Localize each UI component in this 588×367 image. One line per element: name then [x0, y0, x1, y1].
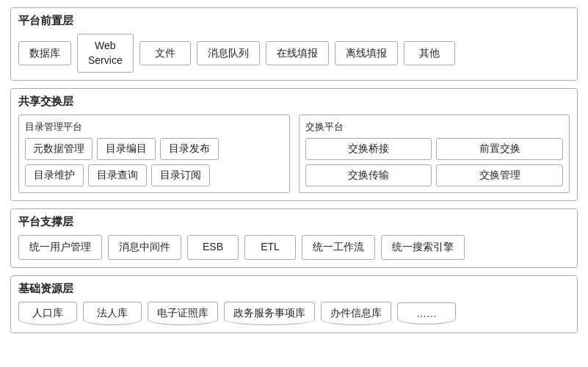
ex-manage: 交换管理 [436, 164, 563, 186]
base-resources-items: 人口库 法人库 电子证照库 政务服务事项库 办件信息库 …… [18, 302, 570, 325]
platform-front-title: 平台前置层 [18, 14, 570, 28]
ex-transport: 交换传输 [305, 164, 432, 186]
platform-support-layer: 平台支撑层 统一用户管理 消息中间件 ESB ETL 统一工作流 统一搜索引擎 [10, 208, 578, 268]
support-item-user: 统一用户管理 [18, 235, 102, 260]
exchange-platform: 交换平台 交换桥接 前置交换 交换传输 交换管理 [299, 115, 570, 193]
base-item-office: 办件信息库 [321, 302, 391, 325]
front-item-file: 文件 [139, 41, 191, 66]
support-item-esb: ESB [187, 235, 239, 260]
support-item-workflow: 统一工作流 [302, 235, 375, 260]
support-item-msg: 消息中间件 [108, 235, 181, 260]
exchange-platform-title: 交换平台 [305, 120, 564, 134]
dir-publish: 目录发布 [160, 138, 219, 160]
base-item-more: …… [397, 302, 456, 324]
front-item-webservice: Web Service [77, 34, 134, 73]
dir-maintain: 目录维护 [25, 164, 84, 186]
dir-row-1: 元数据管理 目录编目 目录发布 [25, 138, 283, 160]
ex-bridge: 交换桥接 [305, 138, 432, 160]
front-item-other: 其他 [404, 41, 455, 66]
support-item-etl: ETL [244, 235, 296, 260]
platform-front-layer: 平台前置层 数据库 Web Service 文件 消息队列 在线填报 离线填报 … [10, 7, 578, 81]
directory-platform: 目录管理平台 元数据管理 目录编目 目录发布 目录维护 目录查询 目录订阅 [18, 115, 290, 193]
front-item-online: 在线填报 [266, 41, 329, 66]
base-item-service: 政务服务事项库 [224, 302, 315, 325]
base-item-certificate: 电子证照库 [148, 302, 218, 325]
shared-exchange-row: 目录管理平台 元数据管理 目录编目 目录发布 目录维护 目录查询 目录订阅 交换… [18, 115, 570, 193]
base-item-legal: 法人库 [83, 302, 142, 325]
shared-exchange-title: 共享交换层 [18, 95, 570, 109]
platform-support-title: 平台支撑层 [18, 215, 570, 229]
dir-subscribe: 目录订阅 [151, 164, 210, 186]
base-resources-layer: 基础资源层 人口库 法人库 电子证照库 政务服务事项库 办件信息库 …… [10, 275, 578, 333]
platform-support-items: 统一用户管理 消息中间件 ESB ETL 统一工作流 统一搜索引擎 [18, 235, 570, 260]
ex-row-2: 交换传输 交换管理 [305, 164, 564, 186]
dir-row-2: 目录维护 目录查询 目录订阅 [25, 164, 283, 186]
front-item-offline: 离线填报 [335, 41, 398, 66]
shared-exchange-layer: 共享交换层 目录管理平台 元数据管理 目录编目 目录发布 目录维护 目录查询 目… [10, 88, 578, 201]
base-item-population: 人口库 [18, 302, 77, 325]
dir-catalog: 目录编目 [97, 138, 156, 160]
dir-query: 目录查询 [88, 164, 147, 186]
front-item-database: 数据库 [18, 41, 71, 66]
dir-metadata: 元数据管理 [25, 138, 92, 160]
base-resources-title: 基础资源层 [18, 282, 570, 296]
platform-front-items: 数据库 Web Service 文件 消息队列 在线填报 离线填报 其他 [18, 34, 570, 73]
ex-front: 前置交换 [436, 138, 563, 160]
directory-platform-rows: 元数据管理 目录编目 目录发布 目录维护 目录查询 目录订阅 [25, 138, 283, 186]
directory-platform-title: 目录管理平台 [25, 120, 283, 134]
support-item-search: 统一搜索引擎 [381, 235, 465, 260]
front-item-msgqueue: 消息队列 [197, 41, 260, 66]
ex-row-1: 交换桥接 前置交换 [305, 138, 564, 160]
exchange-platform-rows: 交换桥接 前置交换 交换传输 交换管理 [305, 138, 564, 186]
